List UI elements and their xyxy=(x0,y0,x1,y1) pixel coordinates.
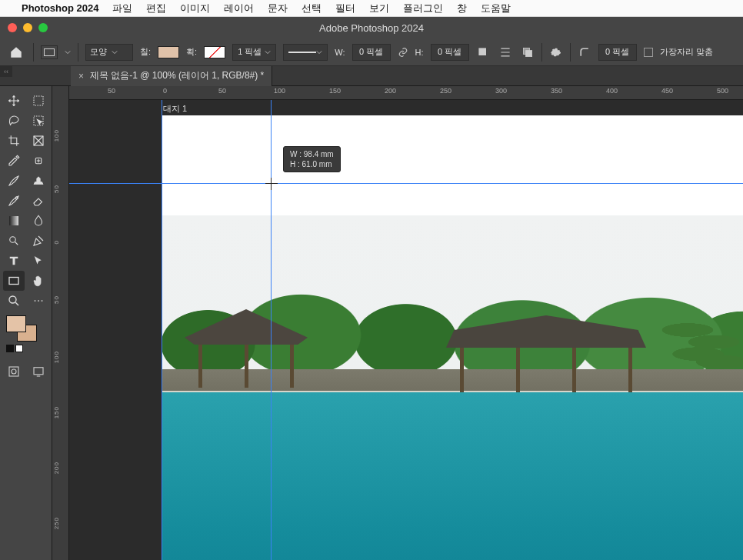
window-close-button[interactable] xyxy=(8,23,17,32)
guide-horizontal[interactable] xyxy=(69,183,743,184)
svg-point-13 xyxy=(37,300,38,302)
history-brush-tool[interactable] xyxy=(3,191,25,211)
foreground-color-swatch[interactable] xyxy=(6,315,26,332)
h-ruler-label: 500 xyxy=(717,87,728,95)
quick-mask-button[interactable] xyxy=(3,362,25,382)
pen-tool[interactable] xyxy=(28,231,49,251)
path-selection-tool[interactable] xyxy=(28,251,49,271)
align-edges-checkbox[interactable] xyxy=(644,48,653,57)
artboard[interactable] xyxy=(162,115,743,560)
width-label: W: xyxy=(335,48,345,57)
path-operations-button[interactable] xyxy=(476,45,490,59)
link-wh-icon[interactable] xyxy=(398,47,408,58)
menu-layer[interactable]: 레이어 xyxy=(224,2,254,15)
path-arrangement-button[interactable] xyxy=(521,45,535,59)
document-tab[interactable]: × 제목 없음-1 @ 100% (레이어 1, RGB/8#) * xyxy=(71,66,272,86)
shape-options-button[interactable] xyxy=(549,45,563,59)
stroke-width-input[interactable]: 1 픽셀 xyxy=(232,44,276,61)
type-tool[interactable] xyxy=(3,251,25,271)
chevron-down-icon xyxy=(112,49,118,55)
window-controls xyxy=(8,23,48,32)
document-tab-bar: × 제목 없음-1 @ 100% (레이어 1, RGB/8#) * xyxy=(0,66,743,86)
gradient-tool[interactable] xyxy=(3,211,25,231)
eyedropper-tool[interactable] xyxy=(3,151,25,171)
color-swatches[interactable] xyxy=(3,315,37,345)
h-ruler-label: 400 xyxy=(606,87,618,95)
rectangle-tool[interactable] xyxy=(3,271,25,291)
h-ruler-label: 200 xyxy=(385,87,396,95)
move-tool[interactable] xyxy=(3,91,25,111)
default-colors-icon[interactable] xyxy=(6,345,23,352)
stroke-color-swatch[interactable] xyxy=(204,46,225,58)
svg-rect-17 xyxy=(34,368,43,375)
tool-panel xyxy=(0,86,52,560)
v-ruler-label: 0 xyxy=(53,240,67,244)
blur-tool[interactable] xyxy=(28,211,49,231)
marquee-tool[interactable] xyxy=(28,91,49,111)
align-edges-label: 가장자리 맞춤 xyxy=(660,46,713,58)
image-pavilion-left xyxy=(185,309,308,388)
svg-rect-0 xyxy=(478,48,486,55)
width-input[interactable]: 0 픽셀 xyxy=(352,44,391,61)
edit-toolbar-button[interactable] xyxy=(28,291,49,311)
menubar-app-name[interactable]: Photoshop 2024 xyxy=(22,2,98,14)
dodge-tool[interactable] xyxy=(3,231,25,251)
close-tab-icon[interactable]: × xyxy=(78,71,84,82)
path-alignment-button[interactable] xyxy=(497,45,514,60)
eraser-tool[interactable] xyxy=(28,191,49,211)
clone-stamp-tool[interactable] xyxy=(28,171,49,191)
window-minimize-button[interactable] xyxy=(23,23,32,32)
svg-point-14 xyxy=(41,300,42,302)
menu-help[interactable]: 도움말 xyxy=(481,2,511,15)
h-ruler-label: 0 xyxy=(163,87,167,95)
tool-preset-dropdown-icon[interactable] xyxy=(65,49,71,55)
v-ruler-label: 100 xyxy=(53,129,67,142)
svg-rect-3 xyxy=(34,96,43,105)
menu-type[interactable]: 문자 xyxy=(268,2,288,15)
brush-tool[interactable] xyxy=(3,171,25,191)
stroke-label: 획: xyxy=(186,46,197,58)
menu-view[interactable]: 보기 xyxy=(369,2,389,15)
h-ruler-label: 450 xyxy=(661,87,673,95)
menu-window[interactable]: 창 xyxy=(457,2,467,15)
height-input[interactable]: 0 픽셀 xyxy=(431,44,469,61)
menu-plugin[interactable]: 플러그인 xyxy=(403,2,443,15)
stroke-style-select[interactable] xyxy=(283,44,328,61)
lasso-tool[interactable] xyxy=(3,111,25,131)
height-label: H: xyxy=(415,48,424,57)
menu-select[interactable]: 선택 xyxy=(302,2,322,15)
measure-width: W : 98.4 mm xyxy=(290,149,334,159)
fill-label: 칠: xyxy=(140,46,151,58)
healing-brush-tool[interactable] xyxy=(28,151,49,171)
object-selection-tool[interactable] xyxy=(28,111,49,131)
v-ruler-label: 50 xyxy=(53,295,67,304)
guide-vertical[interactable] xyxy=(271,100,272,560)
hand-tool[interactable] xyxy=(28,271,49,291)
screen-mode-button[interactable] xyxy=(28,362,49,382)
svg-rect-15 xyxy=(9,367,18,376)
artboard-label[interactable]: 대지 1 xyxy=(163,103,187,115)
corner-radius-input[interactable]: 0 픽셀 xyxy=(598,44,637,61)
panel-expand-tab[interactable]: ‹‹ xyxy=(0,66,12,77)
canvas[interactable]: 대지 1 W : 98.4 mm xyxy=(69,100,743,560)
menu-edit[interactable]: 편집 xyxy=(146,2,166,15)
fill-color-swatch[interactable] xyxy=(158,46,179,58)
h-ruler-label: 250 xyxy=(440,87,451,95)
height-value: 0 픽셀 xyxy=(438,46,461,58)
vertical-ruler[interactable]: 100 50 0 50 100 150 200 250 xyxy=(52,86,69,560)
menu-image[interactable]: 이미지 xyxy=(180,2,210,15)
zoom-tool[interactable] xyxy=(3,291,25,311)
chevron-down-icon xyxy=(316,49,322,55)
frame-tool[interactable] xyxy=(28,131,49,151)
shape-mode-select[interactable]: 모양 xyxy=(85,44,133,61)
v-ruler-label: 200 xyxy=(53,462,67,474)
menu-file[interactable]: 파일 xyxy=(112,2,132,15)
chevron-down-icon xyxy=(265,49,271,55)
crop-tool[interactable] xyxy=(3,131,25,151)
window-zoom-button[interactable] xyxy=(38,23,48,32)
menu-filter[interactable]: 필터 xyxy=(335,2,355,15)
tool-preset-swatch[interactable] xyxy=(41,45,58,59)
horizontal-ruler[interactable]: 50 0 50 100 150 200 250 300 350 400 450 … xyxy=(69,86,743,100)
home-button[interactable] xyxy=(6,44,26,61)
radius-value: 0 픽셀 xyxy=(605,46,629,58)
